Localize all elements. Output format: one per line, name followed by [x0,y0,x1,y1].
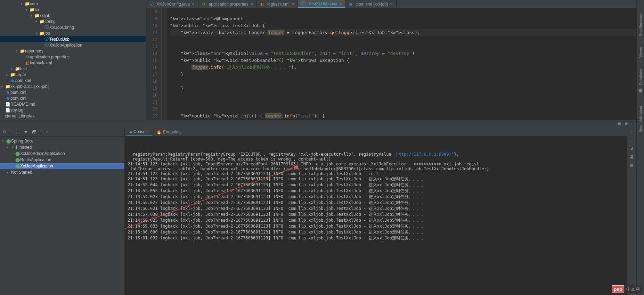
tree-icon[interactable]: ⬚ [16,130,19,134]
run-toolbar: ↻ | ⬚ ▼ 🗗 | + [0,128,124,137]
console-tab[interactable]: ≡Console [126,128,152,136]
run-panel: ⊞ ⚙ − ↻ | ⬚ ▼ 🗗 | + ▾ ⬤ [0,120,636,295]
project-tree[interactable]: ▾📁com▾📁llp▾📁xxljob▾📁configⓒXxlJobConfig▾… [0,0,146,120]
right-sidebar: RestServicesMavenDatabase数据库Bean Validat… [636,0,644,295]
close-icon[interactable]: × [340,1,342,6]
tree-item[interactable]: ▾📁xxljob [0,13,146,18]
folder-icon: 📁 [29,7,35,12]
tree-item[interactable]: mpom.xml [0,77,146,83]
editor-tab[interactable]: ◧logback.xml× [257,0,298,8]
console-tab[interactable]: 🔥Endpoints [153,128,185,136]
right-sidebar-item[interactable]: Maven [638,47,643,58]
close-icon[interactable]: × [192,1,195,7]
tree-item[interactable]: ⚙application.properties [0,54,146,60]
console-tab-label: Endpoints [163,130,181,134]
right-sidebar-item[interactable]: Bean Validation [638,106,643,132]
filter-icon[interactable]: ▼ [24,130,28,134]
tree-item[interactable]: ▸📁test [0,66,146,72]
editor-tab[interactable]: mpom.xml (xxl-job)× [346,0,397,8]
chevron-down-icon: ▾ [7,146,11,149]
console-right-toolbar: ↑ ↓ ↲ 🖶 🗑 [627,128,636,295]
run-left-panel: ↻ | ⬚ ▼ 🗗 | + ▾ ⬤ Spring Boot ▾ [0,128,125,295]
run-header-icons: ⊞ ⚙ − [618,122,634,126]
editor-area: ⓒXxlJobConfig.java×⚙application.properti… [146,0,636,120]
tab-label: TestXxlJob.java [308,1,337,6]
close-icon[interactable]: × [251,1,253,7]
tab-label: pom.xml (xxl-job) [356,2,388,7]
console-output[interactable]: registryParam:RegistryParam{registryGrou… [125,137,627,295]
not-started-label: Not Started [11,170,32,175]
tree-item-label: xternal Libraries [5,114,34,118]
tree-item[interactable]: ⓒTestXxlJob [0,36,146,42]
layout-icon[interactable]: ⊞ [618,122,621,126]
add-icon[interactable]: + [46,130,48,134]
tree-item[interactable]: ▾📁job [0,30,146,36]
close-icon[interactable]: × [292,1,294,7]
close-icon[interactable]: × [390,1,393,7]
soft-wrap-icon[interactable]: ↲ [630,146,634,151]
tree-item[interactable]: mpom.xml [0,89,146,95]
tree-item[interactable]: 📄spy.log [0,107,146,113]
tree-item[interactable]: ⓒXxlJobConfig [0,24,146,30]
divider-icon-2: | [40,130,41,134]
editor-tab[interactable]: ⓒTestXxlJob.java× [298,0,346,8]
rerun-icon[interactable]: ↻ [3,130,6,134]
tree-item-label: logback.xml [30,60,52,65]
tree-item-label: llp [35,7,39,12]
scroll-down-icon[interactable]: ↓ [631,138,633,143]
tree-item[interactable]: ▸📁target [0,72,146,77]
run-app-item[interactable]: ⬤XxlJobAdminApplication [0,150,124,157]
console-tab-label: Console [133,129,149,134]
finished-node[interactable]: ▾ ✓ Finished [0,144,124,150]
minimize-icon[interactable]: − [631,122,634,126]
console-line: 21:14:59.033 logback [xxl-job, JobThread… [128,223,625,229]
editor-tab[interactable]: ⚙application.properties× [198,0,257,8]
tree-item[interactable]: ▾📁com [0,1,146,7]
export-icon[interactable]: 🗗 [32,130,36,134]
tree-item[interactable]: ⓒXxlJobApplication [0,42,146,48]
tab-label: XxlJobConfig.java [156,2,190,7]
tree-item-label: xxljob [40,13,50,18]
run-app-item[interactable]: ⬤RedisApplication [0,157,124,163]
right-sidebar-item[interactable]: RestServices [638,14,643,36]
tree-item[interactable]: ▾📁llp [0,7,146,13]
spring-boot-node[interactable]: ▾ ⬤ Spring Boot [0,138,124,144]
tree-item[interactable]: xternal Libraries [0,113,146,119]
tree-item[interactable]: mpom.xml [0,95,146,101]
tree-item[interactable]: ▾📁resources [0,48,146,54]
console-line: 21:14:54.027 logback [xxl-job, JobThread… [128,194,625,200]
folder-icon: 📁 [15,66,20,71]
not-started-node[interactable]: ▸ Not Started [0,169,124,175]
console-line: 21:14:58.025 logback [xxl-job, JobThread… [128,218,625,223]
clear-icon[interactable]: 🗑 [630,163,634,168]
code-view[interactable]: 89101112131415161718192021222324 "kw">cl… [146,8,636,120]
tree-item-label: pom.xml [10,90,26,95]
tree-item[interactable]: 📄README.md [0,101,146,107]
right-sidebar-item[interactable]: Database [638,69,643,85]
chevron-down-icon: ▾ [2,139,6,143]
folder-icon: 📁 [24,1,30,6]
tree-item[interactable]: ▾📁config [0,18,146,24]
tree-item-label: XxlJobConfig [49,25,74,30]
code[interactable]: "kw">class="ann">@Component"kw">public "… [167,8,636,120]
tree-item[interactable]: ◧logback.xml [0,60,146,66]
run-tree[interactable]: ▾ ⬤ Spring Boot ▾ ✓ Finished ⬤XxlJobAdmi… [0,137,124,295]
tree-item[interactable]: ▸📁xxl-job-2.3.1 [xxl-job] [0,83,146,89]
tree-arrow-icon: ▸ [1,85,5,88]
folder-icon: 📁 [39,31,44,36]
props-icon: ⚙ [24,55,30,59]
run-app-item[interactable]: ⬤XxlJobApplication [0,163,124,169]
tree-arrow-icon: ▾ [35,32,39,35]
console-link[interactable]: http://127.0.0.1:9999/ [396,152,451,157]
settings-icon[interactable]: ⚙ [625,122,628,126]
tree-item-label: job [44,31,50,36]
scroll-up-icon[interactable]: ↑ [631,130,633,134]
tab-label: logback.xml [267,2,289,7]
console-tabs: ≡Console🔥Endpoints [125,128,627,137]
xml-icon: ◧ [260,2,265,7]
editor-tab[interactable]: ⓒXxlJobConfig.java× [146,0,198,8]
console-line: registryParam:RegistryParam{registryGrou… [128,152,625,157]
tab-label: application.properties [209,2,248,7]
check-icon: ✓ [11,145,16,150]
print-icon[interactable]: 🖶 [630,155,634,159]
